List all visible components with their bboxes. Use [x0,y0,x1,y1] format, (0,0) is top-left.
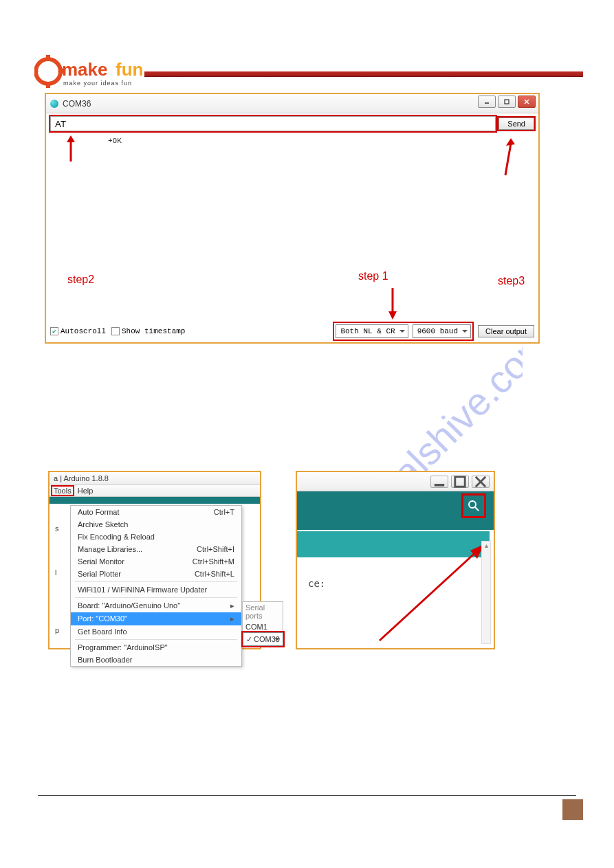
baud-select[interactable]: 9600 baud [413,324,471,338]
line-ending-select[interactable]: Both NL & CR [336,324,408,338]
titlebar [297,472,494,491]
svg-marker-17 [506,138,515,146]
svg-rect-1 [46,55,50,60]
svg-text:make your ideas fun: make your ideas fun [63,80,132,87]
send-button[interactable]: Send [498,118,534,130]
svg-point-25 [469,501,476,508]
footer-rule [38,795,576,796]
menu-tools[interactable]: Tools [52,487,73,495]
svg-line-26 [475,507,479,511]
serial-monitor-icon-screenshot: ce: ▴ [296,471,495,649]
svg-rect-12 [505,100,509,104]
maximize-button[interactable] [451,476,469,488]
autoscroll-checkbox[interactable]: ✔ Autoscroll [50,327,106,335]
tools-dropdown: Auto FormatCtrl+T Archive Sketch Fix Enc… [70,505,242,667]
mi-fix-encoding[interactable]: Fix Encoding & Reload [71,531,241,543]
minimize-button[interactable] [430,476,448,488]
menubar: Tools Help [50,485,260,497]
svg-rect-22 [455,476,465,486]
arduino-tools-menu-screenshot: a | Arduino 1.8.8 Tools Help s l p Auto … [48,471,261,649]
ide-title: a | Arduino 1.8.8 [50,472,260,485]
arduino-icon [50,100,58,108]
ide-toolbar [297,491,494,530]
mi-manage-libs[interactable]: Manage Libraries...Ctrl+Shift+I [71,543,241,555]
sm-header: Serial ports [243,602,283,621]
serial-output: +OK [46,134,538,313]
window-title: COM36 [63,99,91,109]
toolbar-strip [50,497,260,504]
sm-com30[interactable]: ✓COM30 [243,632,283,646]
svg-text:fun: fun [116,59,143,80]
mi-burn[interactable]: Burn Bootloader [71,654,241,666]
logo: e make fun make your ideas fun [34,51,162,91]
serial-monitor-icon[interactable] [463,496,484,516]
serial-monitor-window: COM36 Send +OK ✔ Autoscroll Show timesta… [45,93,540,344]
svg-text:make: make [62,59,108,80]
window-buttons [478,96,536,108]
port-submenu: Serial ports COM1 ✓COM30 [242,601,283,647]
mi-port[interactable]: Port: "COM30" [71,612,241,625]
serial-footer: ✔ Autoscroll Show timestamp Both NL & CR… [50,323,534,340]
arrow-icon [373,541,490,644]
mi-archive[interactable]: Archive Sketch [71,518,241,531]
callout-step1: step 1 [358,270,388,282]
arrow-icon [386,287,399,320]
arrow-icon [64,135,78,163]
mi-programmer[interactable]: Programmer: "ArduinoISP" [71,641,241,654]
close-button[interactable] [472,476,490,488]
header-red-bar [144,71,583,77]
mi-serial-monitor[interactable]: Serial MonitorCtrl+Shift+M [71,555,241,568]
callout-step2: step2 [67,274,94,286]
show-timestamp-label: Show timestamp [122,327,185,335]
sm-com1[interactable]: COM1 [243,621,283,632]
menu-help[interactable]: Help [78,487,94,495]
svg-rect-2 [46,82,50,88]
mi-board[interactable]: Board: "Arduino/Genuino Uno" [71,599,241,612]
page-marker [562,799,583,820]
maximize-button[interactable] [498,96,516,108]
show-timestamp-checkbox[interactable]: Show timestamp [111,327,185,335]
output-line: +OK [108,137,122,145]
autoscroll-label: Autoscroll [61,327,106,335]
svg-marker-19 [388,311,397,320]
close-button[interactable] [518,96,536,108]
svg-text:e: e [44,63,52,80]
titlebar: COM36 [46,94,538,113]
callout-step3: step3 [498,275,525,287]
clear-output-button[interactable]: Clear output [478,325,534,337]
mi-serial-plotter[interactable]: Serial PlotterCtrl+Shift+L [71,568,241,580]
mi-wifi-updater[interactable]: WiFi101 / WiFiNINA Firmware Updater [71,583,241,596]
svg-line-27 [380,549,479,641]
vertical-scrollbar[interactable]: ▴ [481,541,491,644]
arrow-icon [501,138,516,178]
svg-marker-16 [67,135,75,142]
serial-input[interactable] [50,116,496,131]
minimize-button[interactable] [478,96,496,108]
mi-get-board-info[interactable]: Get Board Info [71,625,241,638]
mi-auto-format[interactable]: Auto FormatCtrl+T [71,506,241,518]
